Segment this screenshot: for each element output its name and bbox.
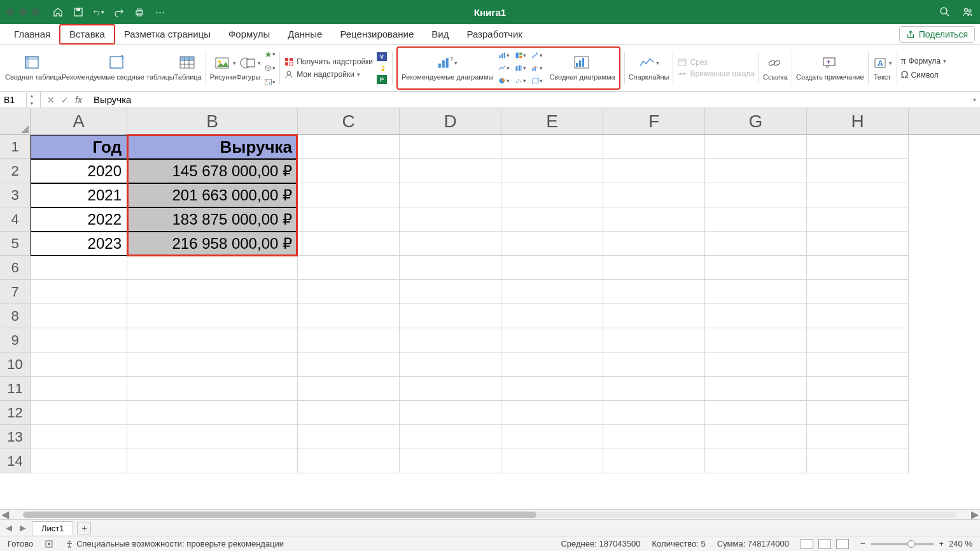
search-icon[interactable] bbox=[939, 6, 951, 18]
window-controls[interactable] bbox=[6, 8, 39, 16]
cell-A3[interactable]: 2021 bbox=[31, 183, 127, 207]
cell-B4[interactable]: 183 875 000,00 ₽ bbox=[127, 207, 298, 232]
cell-D4[interactable] bbox=[400, 207, 501, 232]
cell-E4[interactable] bbox=[501, 207, 603, 232]
map-chart-button[interactable]: ▾ bbox=[531, 75, 543, 87]
row-header-3[interactable]: 3 bbox=[0, 183, 31, 207]
cell-D14[interactable] bbox=[400, 449, 501, 473]
cell-F5[interactable] bbox=[603, 232, 705, 256]
normal-view-icon[interactable] bbox=[801, 539, 813, 549]
col-header-B[interactable]: B bbox=[127, 108, 298, 134]
cell-E6[interactable] bbox=[501, 256, 603, 280]
cell-A5[interactable]: 2023 bbox=[31, 232, 127, 256]
row-header-13[interactable]: 13 bbox=[0, 425, 31, 449]
tab-page-layout[interactable]: Разметка страницы bbox=[115, 24, 220, 45]
row-header-4[interactable]: 4 bbox=[0, 207, 31, 232]
print-icon[interactable] bbox=[134, 6, 145, 18]
redo-icon[interactable] bbox=[113, 6, 125, 18]
cell-G13[interactable] bbox=[705, 425, 807, 449]
cell-A10[interactable] bbox=[31, 352, 127, 377]
pivot-chart-button[interactable]: Сводная диаграмма bbox=[549, 54, 615, 81]
row-header-11[interactable]: 11 bbox=[0, 377, 31, 401]
row-header-5[interactable]: 5 bbox=[0, 232, 31, 256]
cell-E14[interactable] bbox=[501, 449, 603, 473]
zoom-slider[interactable] bbox=[871, 543, 934, 545]
cell-H13[interactable] bbox=[807, 425, 909, 449]
cell-C8[interactable] bbox=[298, 304, 400, 328]
col-header-H[interactable]: H bbox=[807, 108, 909, 134]
accept-formula-icon[interactable]: ✓ bbox=[61, 95, 69, 105]
statistic-chart-button[interactable]: ▾ bbox=[515, 62, 526, 74]
fx-icon[interactable]: fx bbox=[75, 95, 82, 105]
tab-insert[interactable]: Вставка bbox=[59, 24, 115, 45]
pie-chart-button[interactable]: ▾ bbox=[498, 75, 510, 87]
get-addins-button[interactable]: Получить надстройки bbox=[284, 57, 373, 67]
cell-G5[interactable] bbox=[705, 232, 807, 256]
cell-C5[interactable] bbox=[298, 232, 400, 256]
tab-data[interactable]: Данные bbox=[279, 24, 331, 45]
cell-A12[interactable] bbox=[31, 401, 127, 425]
cell-B6[interactable] bbox=[127, 256, 298, 280]
tab-review[interactable]: Рецензирование bbox=[331, 24, 423, 45]
sheet-tab-1[interactable]: Лист1 bbox=[32, 521, 73, 535]
close-window-icon[interactable] bbox=[6, 8, 14, 16]
cell-B9[interactable] bbox=[127, 328, 298, 352]
cell-E11[interactable] bbox=[501, 377, 603, 401]
cell-F14[interactable] bbox=[603, 449, 705, 473]
sparklines-button[interactable]: ▾ Спарклайны bbox=[629, 54, 669, 81]
hierarchy-chart-button[interactable]: ▾ bbox=[515, 50, 526, 61]
cell-C13[interactable] bbox=[298, 425, 400, 449]
prev-sheet-icon[interactable]: ◀ bbox=[4, 523, 14, 533]
cell-F7[interactable] bbox=[603, 280, 705, 304]
cell-H2[interactable] bbox=[807, 159, 909, 183]
cell-A1[interactable]: Год bbox=[31, 135, 127, 159]
cell-D11[interactable] bbox=[400, 377, 501, 401]
cell-G2[interactable] bbox=[705, 159, 807, 183]
cell-F8[interactable] bbox=[603, 304, 705, 328]
tab-developer[interactable]: Разработчик bbox=[458, 24, 531, 45]
cell-H12[interactable] bbox=[807, 401, 909, 425]
cell-D2[interactable] bbox=[400, 159, 501, 183]
cell-B14[interactable] bbox=[127, 449, 298, 473]
cell-F9[interactable] bbox=[603, 328, 705, 352]
cell-C10[interactable] bbox=[298, 352, 400, 377]
row-header-8[interactable]: 8 bbox=[0, 304, 31, 328]
cell-A4[interactable]: 2022 bbox=[31, 207, 127, 232]
cell-A8[interactable] bbox=[31, 304, 127, 328]
maximize-window-icon[interactable] bbox=[32, 8, 39, 16]
cell-G1[interactable] bbox=[705, 135, 807, 159]
smartart-button[interactable]: ▾ bbox=[264, 76, 276, 88]
home-icon[interactable] bbox=[52, 6, 64, 18]
tab-view[interactable]: Вид bbox=[423, 24, 458, 45]
cell-F1[interactable] bbox=[603, 135, 705, 159]
cell-G7[interactable] bbox=[705, 280, 807, 304]
bing-addin-icon[interactable] bbox=[377, 62, 388, 74]
cell-H9[interactable] bbox=[807, 328, 909, 352]
cell-G9[interactable] bbox=[705, 328, 807, 352]
visio-addin-icon[interactable]: V bbox=[377, 52, 387, 61]
combo-chart-button[interactable]: ▾ bbox=[531, 62, 543, 74]
cell-E7[interactable] bbox=[501, 280, 603, 304]
row-header-14[interactable]: 14 bbox=[0, 449, 31, 473]
cell-B12[interactable] bbox=[127, 401, 298, 425]
cell-H10[interactable] bbox=[807, 352, 909, 377]
cell-H8[interactable] bbox=[807, 304, 909, 328]
cell-D7[interactable] bbox=[400, 280, 501, 304]
cell-F3[interactable] bbox=[603, 183, 705, 207]
cell-G3[interactable] bbox=[705, 183, 807, 207]
cell-E2[interactable] bbox=[501, 159, 603, 183]
name-box-stepper[interactable]: ▴▾ bbox=[26, 92, 36, 108]
cell-E9[interactable] bbox=[501, 328, 603, 352]
pivot-table-button[interactable]: Сводная таблица bbox=[5, 54, 62, 81]
pictures-button[interactable]: ▾ Рисунки bbox=[210, 54, 237, 81]
cell-A9[interactable] bbox=[31, 328, 127, 352]
col-header-G[interactable]: G bbox=[705, 108, 807, 134]
cell-C11[interactable] bbox=[298, 377, 400, 401]
cell-D9[interactable] bbox=[400, 328, 501, 352]
cell-B2[interactable]: 145 678 000,00 ₽ bbox=[127, 159, 298, 183]
cell-C12[interactable] bbox=[298, 401, 400, 425]
cell-E3[interactable] bbox=[501, 183, 603, 207]
cell-B10[interactable] bbox=[127, 352, 298, 377]
cell-H3[interactable] bbox=[807, 183, 909, 207]
row-header-2[interactable]: 2 bbox=[0, 159, 31, 183]
